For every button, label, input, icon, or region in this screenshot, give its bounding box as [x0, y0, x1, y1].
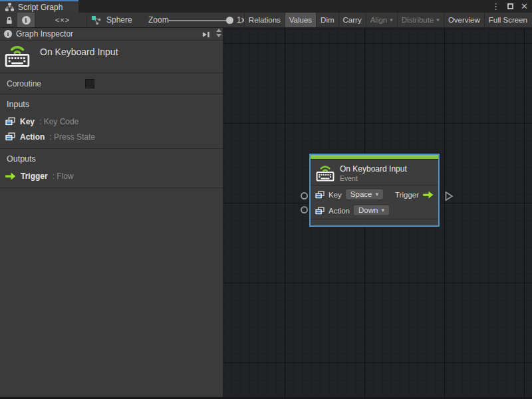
tab-script-graph[interactable]: Script Graph: [0, 0, 78, 13]
node-subtitle: Event: [340, 174, 358, 182]
zoom-slider-track[interactable]: [168, 20, 228, 21]
chevron-down-icon: ▾: [436, 17, 440, 23]
close-icon: ✕: [521, 1, 528, 11]
align-dropdown-button[interactable]: Align▾: [366, 13, 397, 27]
output-port-row-trigger: Trigger : Flow: [0, 168, 223, 184]
graph-inspector-panel: i Graph Inspector On Keyboard Input Coro…: [0, 28, 223, 397]
lock-button[interactable]: [1, 13, 17, 27]
port-label: Key: [329, 191, 342, 199]
action-input-port[interactable]: [301, 206, 308, 213]
inputs-section: Inputs Key : Key Code Action : Press Sta…: [0, 94, 223, 149]
outputs-section: Outputs Trigger : Flow: [0, 149, 223, 188]
flow-port-icon: [5, 172, 16, 180]
arrow-up-icon: [216, 29, 221, 32]
panel-scrub-arrows[interactable]: [216, 29, 221, 37]
outputs-header: Outputs: [0, 154, 223, 164]
window-titlebar: Script Graph ⋮ ✕: [0, 0, 532, 13]
input-port-row-key: Key : Key Code: [0, 114, 223, 129]
key-code-dropdown[interactable]: Space▾: [346, 190, 383, 200]
value-port-icon: [315, 207, 325, 215]
distribute-dropdown-button[interactable]: Distribute▾: [397, 13, 444, 27]
input-port-row-action: Action : Press State: [0, 129, 223, 144]
toolbar-separator: [86, 14, 87, 26]
trigger-flow-icon[interactable]: [423, 191, 434, 199]
chevron-down-icon: ▾: [390, 17, 393, 23]
carry-button[interactable]: Carry: [338, 13, 366, 27]
overview-button[interactable]: Overview: [444, 13, 484, 27]
dock-right-icon: [201, 31, 210, 39]
graph-toolbar: i <×> Sphere Zoom 1x Relations Values Di…: [0, 13, 532, 28]
window-controls: ⋮ ✕: [491, 0, 528, 13]
dim-button[interactable]: Dim: [316, 13, 338, 27]
trigger-output-label: Trigger: [395, 191, 419, 199]
value-port-icon: [5, 117, 15, 126]
arrow-down-icon: [216, 34, 221, 37]
kebab-menu-icon: ⋮: [491, 1, 500, 11]
graph-owner-breadcrumb[interactable]: Sphere: [91, 13, 132, 27]
script-graph-window: Script Graph ⋮ ✕ i <×>: [0, 0, 532, 399]
inputs-header: Inputs: [0, 100, 223, 109]
full-screen-button[interactable]: Full Screen: [484, 13, 531, 27]
keyboard-event-icon: [5, 43, 30, 68]
port-name: Action: [20, 132, 45, 142]
graph-inspector-header: i Graph Inspector: [0, 28, 223, 41]
on-keyboard-input-node[interactable]: On Keyboard Input Event Key Space▾ Trigg…: [309, 154, 440, 227]
graph-inspector-title: Graph Inspector: [16, 29, 73, 39]
node-row-action: Action Down▾: [311, 203, 438, 217]
info-icon: i: [4, 30, 12, 38]
dock-panel-button[interactable]: [200, 29, 211, 39]
tab-label: Script Graph: [18, 3, 63, 12]
maximize-icon: [507, 3, 513, 9]
relations-button[interactable]: Relations: [244, 13, 285, 27]
port-name: Trigger: [21, 172, 48, 181]
coroutine-checkbox[interactable]: [85, 79, 94, 88]
graph-owner-label: Sphere: [106, 15, 132, 25]
chevron-down-icon: ▾: [381, 207, 384, 213]
info-icon: i: [22, 16, 31, 25]
node-title: On Keyboard Input: [340, 164, 407, 174]
trigger-connection-triangle[interactable]: [445, 191, 454, 201]
event-color-bar: [311, 155, 438, 160]
port-label: Action: [329, 207, 350, 215]
port-type: : Key Code: [39, 117, 78, 126]
graph-pointer-icon: [91, 15, 102, 25]
window-menu-button[interactable]: ⋮: [491, 0, 500, 13]
toolbar-button-group: Relations Values Dim Carry Align▾ Distri…: [244, 13, 531, 27]
graph-canvas[interactable]: On Keyboard Input Event Key Space▾ Trigg…: [224, 28, 532, 397]
code-preview-button[interactable]: <×>: [49, 13, 76, 27]
port-type: : Press State: [49, 132, 95, 142]
node-footer: [311, 219, 438, 225]
lock-icon: [5, 16, 13, 25]
window-maximize-button[interactable]: [507, 0, 513, 13]
chevron-down-icon: ▾: [375, 192, 378, 198]
unit-title: On Keyboard Input: [40, 47, 118, 57]
node-row-key: Key Space▾ Trigger: [311, 188, 438, 201]
zoom-slider-handle[interactable]: [226, 17, 233, 24]
zoom-label: Zoom: [148, 13, 169, 27]
coroutine-label: Coroutine: [7, 79, 41, 88]
values-button[interactable]: Values: [285, 13, 316, 27]
key-input-port[interactable]: [301, 192, 308, 200]
press-state-dropdown[interactable]: Down▾: [354, 205, 389, 215]
inspector-toggle-button[interactable]: i: [17, 13, 35, 27]
value-port-icon: [5, 132, 15, 141]
node-header: On Keyboard Input Event: [311, 160, 438, 186]
port-name: Key: [20, 117, 35, 126]
code-icon: <×>: [55, 16, 70, 24]
port-type: : Flow: [53, 172, 74, 181]
graph-tree-icon: [5, 3, 15, 11]
keyboard-event-icon: [316, 164, 334, 182]
value-port-icon: [315, 191, 325, 199]
window-close-button[interactable]: ✕: [521, 0, 528, 13]
coroutine-row: Coroutine: [0, 73, 223, 94]
unit-header: On Keyboard Input: [0, 41, 223, 73]
